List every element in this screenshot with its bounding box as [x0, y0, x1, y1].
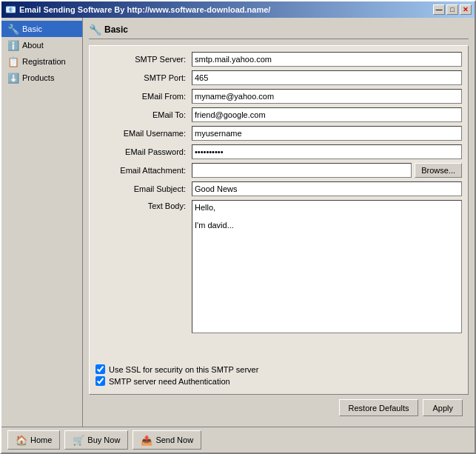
panel-header-icon: 🔧 [89, 24, 101, 36]
email-password-input[interactable] [192, 144, 462, 159]
registration-icon: 📋 [7, 56, 19, 67]
about-icon: ℹ️ [7, 39, 19, 51]
panel-header: 🔧 Basic [89, 24, 469, 39]
text-body-label: Text Body: [95, 200, 192, 210]
smtp-server-row: SMTP Server: [95, 52, 462, 67]
email-username-label: EMail Username: [95, 129, 192, 138]
products-icon: ⬇️ [7, 72, 19, 84]
send-now-button[interactable]: 📤 Send Now [133, 430, 201, 450]
browse-button[interactable]: Browse... [415, 163, 462, 178]
ssl-checkbox-label: Use SSL for security on this SMTP server [109, 365, 258, 374]
right-panel: 🔧 Basic SMTP Server: SMTP Port: EMail Fr… [83, 18, 475, 427]
main-window: 📧 Email Sending Software By http://www.s… [0, 0, 476, 454]
checkboxes-area: Use SSL for security on this SMTP server… [95, 364, 462, 388]
sidebar-label-products: Products [22, 73, 54, 82]
minimize-button[interactable]: — [433, 4, 445, 15]
sidebar-item-basic[interactable]: 🔧 Basic [1, 21, 82, 37]
restore-defaults-button[interactable]: Restore Defaults [339, 399, 419, 416]
text-body-row: Text Body: Hello, I'm david... [95, 200, 462, 356]
auth-checkbox-label: SMTP server need Authentication [109, 377, 230, 386]
smtp-port-label: SMTP Port: [95, 73, 192, 82]
email-to-input[interactable] [192, 107, 462, 122]
home-label: Home [30, 435, 52, 444]
maximize-button[interactable]: □ [446, 4, 458, 15]
ssl-checkbox[interactable] [95, 364, 105, 374]
email-from-row: EMail From: [95, 89, 462, 104]
auth-checkbox[interactable] [95, 376, 105, 386]
apply-button[interactable]: Apply [423, 399, 463, 416]
bottom-buttons: Restore Defaults Apply [89, 395, 469, 421]
text-body-textarea[interactable]: Hello, I'm david... [192, 200, 462, 333]
sidebar-label-basic: Basic [22, 24, 42, 33]
email-attachment-row: Email Attachment: Browse... [95, 163, 462, 178]
email-subject-label: Email Subject: [95, 184, 192, 193]
send-icon: 📤 [141, 435, 152, 446]
smtp-server-label: SMTP Server: [95, 55, 192, 64]
email-to-row: EMail To: [95, 107, 462, 122]
buy-now-button[interactable]: 🛒 Buy Now [64, 430, 128, 450]
auth-checkbox-row: SMTP server need Authentication [95, 376, 462, 386]
attachment-controls: Browse... [192, 163, 462, 178]
footer-bar: 🏠 Home 🛒 Buy Now 📤 Send Now [1, 427, 475, 453]
close-button[interactable]: ✕ [460, 4, 472, 15]
email-username-row: EMail Username: [95, 126, 462, 141]
email-attachment-label: Email Attachment: [95, 166, 192, 175]
email-subject-row: Email Subject: [95, 181, 462, 196]
smtp-server-input[interactable] [192, 52, 462, 67]
sidebar-label-registration: Registration [22, 57, 66, 66]
email-subject-input[interactable] [192, 181, 462, 196]
sidebar-item-registration[interactable]: 📋 Registration [1, 53, 82, 70]
email-password-row: EMail Password: [95, 144, 462, 159]
sidebar: 🔧 Basic ℹ️ About 📋 Registration ⬇️ Produ… [1, 18, 83, 427]
ssl-checkbox-row: Use SSL for security on this SMTP server [95, 364, 462, 374]
email-username-input[interactable] [192, 126, 462, 141]
home-button[interactable]: 🏠 Home [7, 430, 60, 450]
email-attachment-input[interactable] [192, 163, 412, 178]
sidebar-item-about[interactable]: ℹ️ About [1, 37, 82, 53]
panel-header-title: Basic [104, 24, 128, 35]
titlebar: 📧 Email Sending Software By http://www.s… [1, 1, 475, 18]
app-icon: 📧 [4, 4, 16, 16]
home-icon: 🏠 [16, 435, 27, 446]
window-title: Email Sending Software By http://www.sof… [19, 5, 433, 14]
basic-icon: 🔧 [7, 23, 19, 35]
sidebar-item-products[interactable]: ⬇️ Products [1, 70, 82, 86]
smtp-port-input[interactable] [192, 70, 462, 85]
email-from-input[interactable] [192, 89, 462, 104]
email-from-label: EMail From: [95, 92, 192, 101]
email-to-label: EMail To: [95, 110, 192, 119]
send-now-label: Send Now [155, 435, 193, 444]
titlebar-buttons: — □ ✕ [433, 4, 472, 15]
buy-icon: 🛒 [73, 435, 84, 446]
form-area: SMTP Server: SMTP Port: EMail From: EMai… [89, 45, 469, 395]
sidebar-label-about: About [22, 41, 44, 50]
email-password-label: EMail Password: [95, 147, 192, 156]
main-content: 🔧 Basic ℹ️ About 📋 Registration ⬇️ Produ… [1, 18, 475, 427]
smtp-port-row: SMTP Port: [95, 70, 462, 85]
buy-now-label: Buy Now [87, 435, 120, 444]
